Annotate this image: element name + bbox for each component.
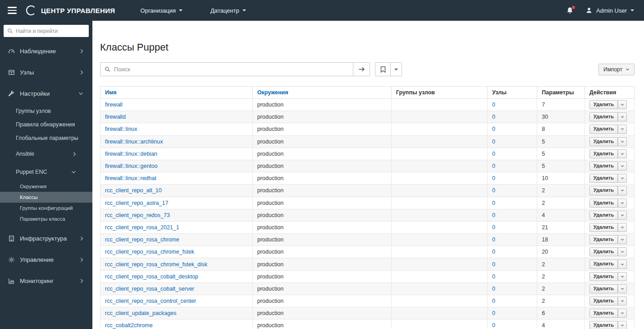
hosts-count-link[interactable]: 0 — [492, 163, 495, 169]
hosts-count-link[interactable]: 0 — [492, 187, 495, 194]
delete-button[interactable]: Удалить — [589, 100, 618, 109]
delete-caret-button[interactable] — [618, 112, 627, 121]
sidebar-search-input[interactable] — [4, 25, 89, 37]
class-name-link[interactable]: firewall::linux::gentoo — [105, 163, 158, 169]
delete-button[interactable]: Удалить — [589, 199, 618, 208]
sidebar-item-global-parameters[interactable]: Глобальные параметры — [0, 131, 92, 145]
search-submit-button[interactable] — [353, 62, 370, 76]
delete-caret-button[interactable] — [618, 100, 627, 109]
sidebar-item-settings[interactable]: Настройки — [0, 83, 92, 104]
delete-button[interactable]: Удалить — [589, 149, 618, 158]
sidebar-item-config-groups[interactable]: Группы конфигураций — [0, 203, 92, 213]
delete-caret-button[interactable] — [618, 259, 627, 269]
hosts-count-link[interactable]: 0 — [492, 224, 495, 231]
delete-button[interactable]: Удалить — [589, 211, 618, 220]
bookmark-caret-button[interactable] — [391, 62, 402, 76]
class-name-link[interactable]: rcc_client_repo_rosa_2021_1 — [105, 224, 179, 231]
sidebar-item-ansible[interactable]: Ansible — [0, 145, 92, 163]
hamburger-menu-icon[interactable] — [0, 0, 24, 21]
hosts-count-link[interactable]: 0 — [492, 261, 495, 268]
class-name-link[interactable]: rcc_client_repo_redos_73 — [105, 212, 170, 218]
class-name-link[interactable]: rcc_client_update_packages — [105, 310, 176, 316]
class-name-link[interactable]: rcc_client_repo_rosa_control_center — [105, 298, 196, 304]
class-name-link[interactable]: rcc_client_repo_rosa_cobalt_desktop — [105, 273, 198, 280]
delete-caret-button[interactable] — [618, 149, 627, 158]
delete-caret-button[interactable] — [618, 137, 627, 146]
delete-caret-button[interactable] — [618, 199, 627, 208]
delete-caret-button[interactable] — [618, 235, 627, 244]
hosts-count-link[interactable]: 0 — [492, 298, 495, 304]
hosts-count-link[interactable]: 0 — [492, 322, 495, 329]
hosts-count-link[interactable]: 0 — [492, 200, 495, 206]
class-name-link[interactable]: rcc_cobalt2chrome — [105, 322, 153, 329]
delete-button[interactable]: Удалить — [589, 247, 618, 256]
hosts-count-link[interactable]: 0 — [492, 310, 495, 316]
class-name-link[interactable]: firewall::linux::archlinux — [105, 139, 163, 145]
delete-button[interactable]: Удалить — [589, 186, 618, 195]
class-name-link[interactable]: rcc_client_repo_astra_17 — [105, 200, 168, 206]
class-name-link[interactable]: firewall::linux::debian — [105, 151, 157, 157]
delete-button[interactable]: Удалить — [589, 137, 618, 146]
class-name-link[interactable]: rcc_client_repo_rosa_cobalt_server — [105, 286, 194, 292]
user-menu[interactable]: Admin User — [585, 7, 634, 14]
search-input[interactable] — [100, 62, 353, 76]
hosts-count-link[interactable]: 0 — [492, 249, 495, 255]
delete-caret-button[interactable] — [618, 309, 627, 318]
class-name-link[interactable]: firewall::linux — [105, 126, 137, 132]
sidebar-item-puppet-enc[interactable]: Puppet ENC — [0, 163, 92, 181]
sidebar-item-class-parameters[interactable]: Параметры класса — [0, 213, 92, 224]
delete-button[interactable]: Удалить — [589, 272, 618, 281]
delete-caret-button[interactable] — [618, 125, 627, 134]
bookmark-button[interactable] — [375, 62, 391, 76]
delete-caret-button[interactable] — [618, 186, 627, 195]
class-name-link[interactable]: rcc_client_repo_alt_10 — [105, 187, 162, 194]
sidebar-item-observe[interactable]: Наблюдение — [0, 41, 92, 62]
delete-button[interactable]: Удалить — [589, 112, 618, 121]
delete-button[interactable]: Удалить — [589, 259, 618, 269]
delete-caret-button[interactable] — [618, 162, 627, 171]
hosts-count-link[interactable]: 0 — [492, 102, 495, 108]
delete-caret-button[interactable] — [618, 272, 627, 281]
delete-button[interactable]: Удалить — [589, 297, 618, 306]
hosts-count-link[interactable]: 0 — [492, 114, 495, 120]
class-name-link[interactable]: rcc_client_repo_rosa_chrome — [105, 236, 179, 243]
hosts-count-link[interactable]: 0 — [492, 175, 495, 181]
sidebar-item-administer[interactable]: Управление — [0, 249, 92, 270]
delete-button[interactable]: Удалить — [589, 235, 618, 244]
delete-caret-button[interactable] — [618, 211, 627, 220]
delete-caret-button[interactable] — [618, 321, 627, 329]
delete-caret-button[interactable] — [618, 247, 627, 256]
delete-caret-button[interactable] — [618, 223, 627, 232]
sidebar-item-hosts[interactable]: Узлы — [0, 62, 92, 83]
column-header-environments[interactable]: Окружения — [252, 87, 391, 99]
class-name-link[interactable]: firewalld — [105, 114, 126, 120]
hosts-count-link[interactable]: 0 — [492, 236, 495, 243]
sidebar-item-host-groups[interactable]: Группы узлов — [0, 104, 92, 118]
delete-caret-button[interactable] — [618, 297, 627, 306]
hosts-count-link[interactable]: 0 — [492, 212, 495, 218]
datacenter-menu[interactable]: Датацентр — [208, 7, 249, 14]
delete-button[interactable]: Удалить — [589, 162, 618, 171]
sidebar-item-classes[interactable]: Классы — [0, 192, 92, 203]
class-name-link[interactable]: rcc_client_repo_rosa_chrome_fstek — [105, 249, 194, 255]
notifications-bell-icon[interactable] — [566, 7, 574, 14]
delete-button[interactable]: Удалить — [589, 309, 618, 318]
hosts-count-link[interactable]: 0 — [492, 139, 495, 145]
sidebar-item-environments[interactable]: Окружения — [0, 181, 92, 192]
sidebar-item-infrastructure[interactable]: Инфраструктура — [0, 228, 92, 249]
delete-button[interactable]: Удалить — [589, 321, 618, 329]
class-name-link[interactable]: firewall::linux::redhat — [105, 175, 156, 181]
delete-button[interactable]: Удалить — [589, 284, 618, 293]
class-name-link[interactable]: rcc_client_repo_rosa_chrome_fstek_disk — [105, 261, 207, 268]
delete-caret-button[interactable] — [618, 284, 627, 293]
class-name-link[interactable]: firewall — [105, 102, 123, 108]
delete-button[interactable]: Удалить — [589, 125, 618, 134]
organization-menu[interactable]: Организация — [138, 7, 185, 14]
sidebar-item-monitoring[interactable]: Мониторинг — [0, 270, 92, 292]
sidebar-item-discovery-rules[interactable]: Правила обнаружения — [0, 118, 92, 131]
import-button[interactable]: Импорт — [598, 64, 635, 75]
delete-button[interactable]: Удалить — [589, 174, 618, 183]
column-header-name[interactable]: Имя — [100, 87, 253, 99]
delete-caret-button[interactable] — [618, 174, 627, 183]
hosts-count-link[interactable]: 0 — [492, 273, 495, 280]
